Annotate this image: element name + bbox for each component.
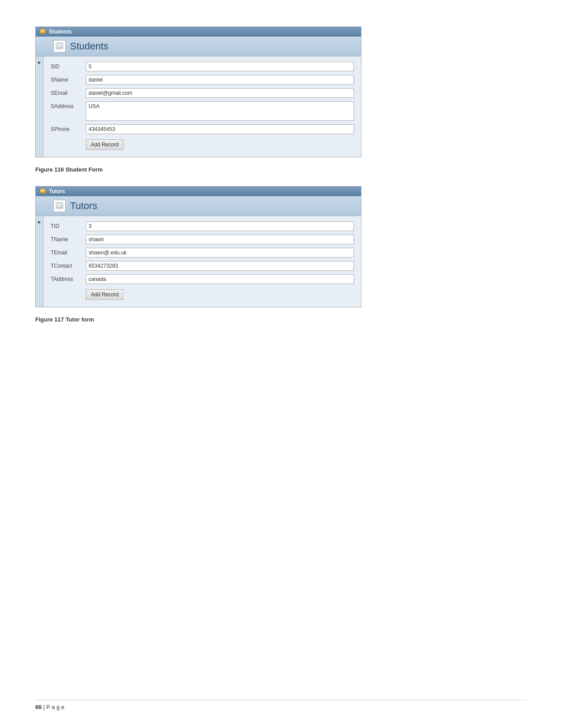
tutors-field-tname: TName (51, 235, 354, 244)
students-label-saddress: SAddress (51, 101, 86, 109)
students-label-semail: SEmail (51, 88, 86, 96)
tutors-label-tname: TName (51, 235, 86, 243)
students-field-saddress: SAddress USA (51, 101, 354, 121)
figure116-caption: Figure 116 Student Form (35, 166, 527, 173)
tutors-field-tid: TID (51, 221, 354, 231)
tutors-label-tid: TID (51, 221, 86, 229)
tutors-form-window: Tutors Tutors ► TID TName (35, 186, 361, 307)
tutors-header-title: Tutors (70, 200, 97, 212)
students-field-sid: SID (51, 62, 354, 71)
svg-rect-11 (41, 191, 43, 192)
students-title-text: Students (49, 29, 71, 35)
tutors-field-taddress: TAddress (51, 274, 354, 284)
students-input-saddress[interactable]: USA (86, 101, 354, 121)
students-field-semail: SEmail (51, 88, 354, 98)
tutors-input-temail[interactable] (86, 248, 354, 258)
tutors-input-taddress[interactable] (86, 274, 354, 284)
svg-rect-9 (41, 190, 45, 190)
svg-rect-10 (41, 190, 45, 191)
students-form-body: ► SID SName SEmail SAddress USA (36, 56, 361, 157)
svg-rect-1 (41, 30, 45, 30)
students-title-bar: Students (36, 27, 361, 37)
tutors-label-taddress: TAddress (51, 274, 86, 282)
students-title-icon (39, 28, 46, 35)
tutors-input-tname[interactable] (86, 235, 354, 244)
tutors-input-tcontact[interactable] (86, 261, 354, 271)
tutors-label-temail: TEmail (51, 248, 86, 256)
page-footer: 66 | P a g e (35, 700, 527, 710)
page-number: 66 (35, 704, 41, 710)
tutors-nav-indicator: ► (36, 216, 44, 307)
svg-rect-13 (56, 203, 63, 204)
svg-rect-14 (56, 205, 63, 205)
page-text: | P a g e (43, 704, 64, 710)
tutors-form-fields: TID TName TEmail TContact TAddress (44, 216, 361, 307)
students-form-window: Students Students ► SID SName (35, 26, 361, 157)
tutors-header-icon (53, 200, 66, 212)
tutors-field-temail: TEmail (51, 248, 354, 258)
students-label-sphone: SPhone (51, 124, 86, 132)
students-input-sphone[interactable] (86, 124, 354, 134)
svg-rect-7 (56, 46, 61, 47)
tutors-title-text: Tutors (49, 188, 65, 194)
tutors-input-tid[interactable] (86, 221, 354, 231)
svg-rect-3 (41, 32, 43, 32)
students-label-sname: SName (51, 75, 86, 83)
students-nav-indicator: ► (36, 56, 44, 157)
tutors-title-icon (39, 188, 46, 195)
svg-rect-15 (56, 206, 61, 207)
students-field-sname: SName (51, 75, 354, 85)
students-field-sphone: SPhone (51, 124, 354, 134)
students-input-sid[interactable] (86, 62, 354, 71)
students-header-icon (53, 40, 66, 52)
students-add-record-button[interactable]: Add Record (86, 139, 123, 150)
svg-rect-5 (56, 44, 63, 45)
tutors-form-body: ► TID TName TEmail TContact (36, 216, 361, 307)
svg-rect-2 (41, 31, 45, 31)
students-form-fields: SID SName SEmail SAddress USA SPhone (44, 56, 361, 157)
tutors-form-header: Tutors (36, 196, 361, 216)
students-input-semail[interactable] (86, 88, 354, 98)
students-header-title: Students (70, 41, 108, 52)
students-label-sid: SID (51, 62, 86, 70)
svg-rect-6 (56, 45, 63, 46)
students-form-header: Students (36, 37, 361, 56)
figure117-caption: Figure 117 Tutor form (35, 316, 527, 323)
tutors-field-tcontact: TContact (51, 261, 354, 271)
students-input-sname[interactable] (86, 75, 354, 85)
tutors-add-record-button[interactable]: Add Record (86, 289, 123, 300)
tutors-label-tcontact: TContact (51, 261, 86, 269)
students-nav-arrow: ► (37, 60, 42, 65)
tutors-title-bar: Tutors (36, 187, 361, 196)
tutors-nav-arrow: ► (37, 220, 42, 224)
